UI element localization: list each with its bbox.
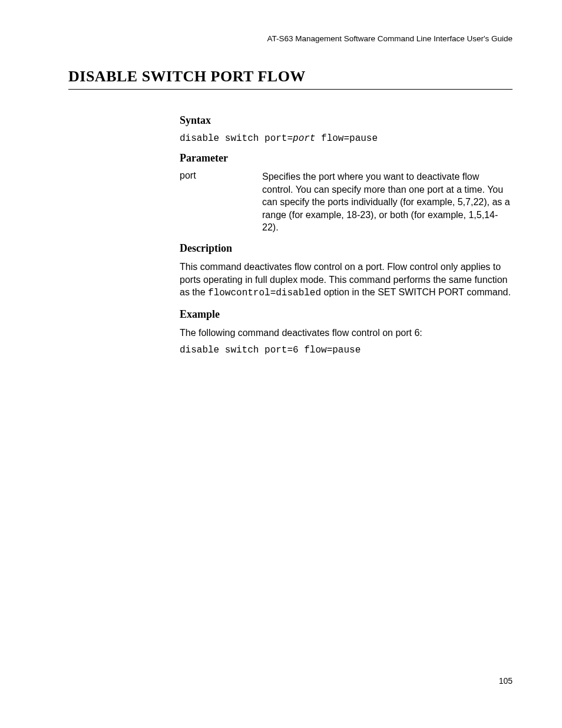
parameter-row: port Specifies the port where you want t… xyxy=(180,170,513,234)
syntax-heading: Syntax xyxy=(180,114,513,127)
page-header-guide: AT-S63 Management Software Command Line … xyxy=(267,34,513,43)
parameter-name: port xyxy=(180,170,262,181)
example-intro: The following command deactivates flow c… xyxy=(180,327,513,340)
parameter-heading: Parameter xyxy=(180,152,513,164)
example-heading: Example xyxy=(180,308,513,321)
page-number: 105 xyxy=(499,676,513,686)
document-page: AT-S63 Management Software Command Line … xyxy=(0,0,562,728)
description-heading: Description xyxy=(180,242,513,255)
description-post: option in the SET SWITCH PORT command. xyxy=(321,287,511,297)
page-title: DISABLE SWITCH PORT FLOW xyxy=(68,68,513,90)
syntax-text-pre: disable switch port= xyxy=(180,133,293,144)
content-area: Syntax disable switch port=port flow=pau… xyxy=(180,106,513,355)
description-code: flowcontrol=disabled xyxy=(208,288,321,298)
description-text: This command deactivates flow control on… xyxy=(180,261,513,300)
parameter-desc: Specifies the port where you want to dea… xyxy=(262,170,513,234)
example-command: disable switch port=6 flow=pause xyxy=(180,345,513,355)
syntax-line: disable switch port=port flow=pause xyxy=(180,133,513,144)
syntax-text-post: flow=pause xyxy=(315,133,378,144)
syntax-text-var: port xyxy=(293,133,315,144)
